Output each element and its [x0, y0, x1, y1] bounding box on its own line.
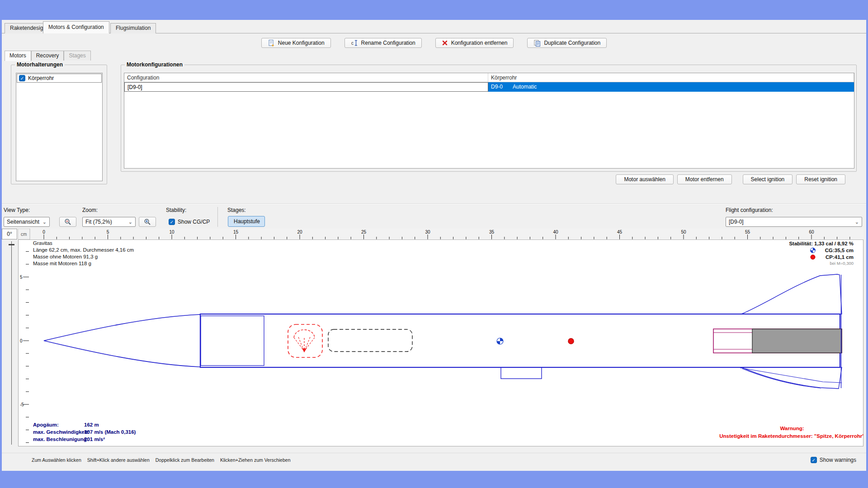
amax-value: 201 m/s²	[84, 436, 105, 442]
svg-text:15: 15	[233, 230, 239, 235]
svg-text:-5: -5	[20, 402, 24, 407]
motor-mount-list: ✓ Körperrohr	[16, 73, 103, 181]
svg-text:30: 30	[425, 230, 430, 235]
view-type-dropdown[interactable]: Seitenansicht⌄	[4, 217, 50, 227]
button-label: Duplicate Configuration	[544, 40, 600, 46]
subtab-recovery[interactable]: Recovery	[31, 51, 64, 61]
mach-condition: bei M=0,300	[830, 261, 854, 266]
ignition-mode: Automatic	[513, 84, 537, 90]
status-bar: Zum Auswählen klicken Shift+Klick andere…	[2, 453, 866, 466]
zoom-in-button[interactable]	[139, 217, 156, 227]
warning-title: Warnung:	[780, 426, 804, 431]
cell-motor[interactable]: D9-0 Automatic	[488, 82, 854, 92]
svg-text:20: 20	[297, 230, 302, 235]
cg-legend-icon	[811, 248, 816, 253]
view-type-label: View Type:	[4, 207, 30, 213]
select-ignition-button[interactable]: Select ignition	[743, 174, 793, 184]
svg-text:10: 10	[169, 230, 175, 235]
flight-configuration-dropdown[interactable]: [D9-0]⌄	[726, 217, 862, 227]
zoom-out-button[interactable]	[59, 217, 76, 227]
mass-without-motors: Masse ohne Motoren 91,3 g	[33, 254, 98, 259]
button-label: Konfiguration entfernen	[451, 40, 508, 46]
svg-text:50: 50	[681, 230, 686, 235]
reset-ignition-button[interactable]: Reset ignition	[796, 174, 845, 184]
svg-text:60: 60	[809, 230, 814, 235]
rotation-angle-box[interactable]: 0°	[2, 229, 17, 239]
mount-item-koerperrohr[interactable]: ✓ Körperrohr	[17, 74, 102, 83]
rename-configuration-button[interactable]: c Rename Configuration	[344, 38, 422, 48]
apogee-label: Apogäum:	[33, 422, 59, 427]
length-diameter: Länge 62,2 cm, max. Durchmesser 4,16 cm	[33, 247, 134, 253]
button-label: Rename Configuration	[361, 40, 415, 46]
motor-configurations-groupbox: Motorkonfigurationen Configuration Körpe…	[121, 65, 857, 172]
config-action-buttons: Motor auswählen Motor entfernen Select i…	[616, 174, 845, 184]
svg-text:45: 45	[617, 230, 623, 235]
hint-select: Zum Auswählen klicken	[32, 457, 81, 463]
show-warnings-label: Show warnings	[820, 457, 856, 463]
stage-toggle-hauptstufe[interactable]: Hauptstufe	[228, 216, 265, 227]
subtab-stages: Stages	[64, 51, 90, 61]
table-header: Configuration Körperrohr	[124, 73, 854, 82]
remove-motor-button[interactable]: Motor entfernen	[677, 174, 732, 184]
cg-value: CG:35,5 cm	[825, 248, 854, 253]
checkbox-icon[interactable]: ✓	[19, 75, 25, 81]
mount-item-label: Körperrohr	[28, 75, 54, 81]
amax-label: max. Beschleunigung:	[33, 436, 89, 442]
cg-marker	[497, 338, 503, 344]
svg-text:5: 5	[107, 230, 109, 235]
rocket-canvas[interactable]: cm 051015202530354045505560 50-5	[18, 229, 863, 446]
subtab-motors[interactable]: Motors	[5, 51, 31, 61]
vmax-label: max. Geschwindigkeit:	[33, 429, 90, 435]
show-cgcp-checkbox[interactable]: ✓ Show CG/CP	[169, 217, 210, 227]
show-warnings-checkbox[interactable]: ✓ Show warnings	[811, 457, 856, 463]
section-divider	[2, 203, 866, 204]
checkbox-icon[interactable]: ✓	[169, 219, 175, 225]
select-motor-button[interactable]: Motor auswählen	[616, 174, 673, 184]
cell-configuration[interactable]: [D9-0]	[124, 82, 488, 92]
svg-text:0: 0	[20, 338, 23, 343]
hint-shift-click: Shift+Klick andere auswählen	[87, 457, 150, 463]
warning-text: Unstetigkeit im Raketendurchmesser: "Spi…	[719, 433, 863, 439]
duplicate-configuration-button[interactable]: Duplicate Configuration	[527, 38, 607, 48]
svg-text:25: 25	[361, 230, 367, 235]
rotation-slider-track[interactable]	[11, 241, 12, 445]
motor[interactable]	[752, 329, 842, 353]
chevron-down-icon: ⌄	[855, 219, 859, 225]
column-header-koerperrohr[interactable]: Körperrohr	[488, 73, 854, 82]
svg-text:0: 0	[42, 230, 45, 235]
tab-motors-configuration[interactable]: Motors & Configuration	[43, 21, 109, 33]
zoom-label: Zoom:	[82, 207, 98, 213]
remove-configuration-button[interactable]: Konfiguration entfernen	[435, 38, 514, 48]
zoom-in-icon	[144, 218, 151, 225]
hint-double-click: Doppelklick zum Bearbeiten	[156, 457, 214, 463]
table-row[interactable]: [D9-0] D9-0 Automatic	[124, 82, 854, 92]
copy-icon	[533, 39, 541, 47]
groupbox-title: Motorkonfigurationen	[125, 61, 184, 68]
new-configuration-button[interactable]: Neue Konfiguration	[261, 38, 331, 48]
ruler-unit-label: cm	[21, 232, 27, 237]
mass-with-motors: Masse mit Motoren 118 g	[33, 261, 91, 266]
vmax-value: 107 m/s (Mach 0,316)	[84, 429, 136, 435]
stability-value: Stabilität: 1,33 cal / 8,92 %	[789, 241, 854, 246]
zoom-dropdown[interactable]: Fit (75,2%)⌄	[82, 217, 136, 227]
groupbox-title: Motorhalterungen	[15, 61, 65, 68]
svg-text:55: 55	[745, 230, 750, 235]
button-label: Neue Konfiguration	[278, 40, 325, 46]
apogee-value: 162 m	[84, 422, 99, 427]
tab-flugsimulation[interactable]: Flugsimulation	[110, 23, 156, 33]
cp-value: CP:41,1 cm	[826, 254, 854, 260]
chevron-down-icon: ⌄	[42, 219, 47, 225]
svg-text:35: 35	[489, 230, 495, 235]
main-tabbar: Raketendesign Motors & Configuration Flu…	[2, 20, 866, 33]
checkbox-icon[interactable]: ✓	[811, 457, 817, 463]
svg-text:40: 40	[553, 230, 558, 235]
svg-text:c: c	[351, 41, 354, 46]
horizontal-ruler	[18, 229, 863, 239]
configurations-table: Configuration Körperrohr [D9-0] D9-0 Aut…	[124, 73, 854, 169]
hint-drag: Klicken+Ziehen zum Verschieben	[220, 457, 291, 463]
column-header-configuration[interactable]: Configuration	[124, 73, 488, 82]
red-x-icon	[442, 40, 448, 46]
chevron-down-icon: ⌄	[128, 219, 132, 225]
rotation-slider-handle[interactable]	[9, 244, 14, 245]
zoom-out-icon	[64, 218, 71, 225]
